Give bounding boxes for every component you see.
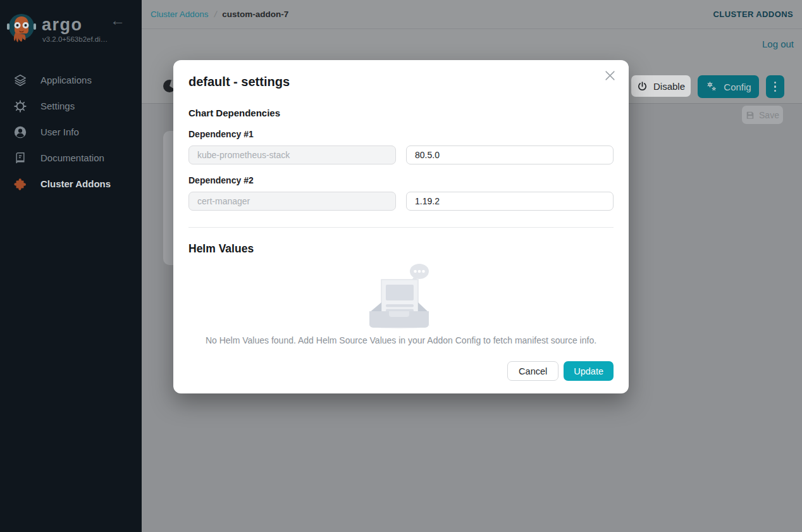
argo-octopus-logo-icon bbox=[6, 13, 37, 44]
disable-button-label: Disable bbox=[653, 81, 685, 92]
addon-settings-modal: default - settings Chart Dependencies De… bbox=[173, 60, 629, 393]
book-icon bbox=[13, 151, 28, 165]
cancel-button[interactable]: Cancel bbox=[507, 361, 558, 381]
update-button[interactable]: Update bbox=[564, 361, 614, 381]
puzzle-icon bbox=[13, 177, 28, 191]
dependency-2-row bbox=[188, 192, 614, 211]
helm-values-heading: Helm Values bbox=[188, 242, 614, 256]
save-button[interactable]: Save bbox=[742, 106, 783, 124]
modal-title: default - settings bbox=[188, 75, 614, 89]
sidebar-item-label: Cluster Addons bbox=[40, 178, 111, 189]
dependency-1-chart-name-input[interactable] bbox=[188, 145, 396, 164]
close-button[interactable] bbox=[603, 69, 616, 82]
sidebar-item-documentation[interactable]: Documentation bbox=[0, 145, 142, 171]
disable-button[interactable]: Disable bbox=[631, 75, 691, 97]
back-arrow-icon: ← bbox=[110, 11, 125, 28]
save-button-label: Save bbox=[759, 110, 779, 120]
sidebar-item-label: Settings bbox=[40, 101, 75, 111]
page-title: CLUSTER ADDONS bbox=[713, 9, 793, 19]
version-label: v3.2.0+563b2ef.di… bbox=[42, 35, 108, 43]
helm-values-empty-message: No Helm Values found. Add Helm Source Va… bbox=[188, 335, 614, 345]
dependency-1-version-input[interactable] bbox=[406, 145, 614, 164]
dependency-2-chart-name-input[interactable] bbox=[188, 192, 396, 211]
sidebar-item-label: Documentation bbox=[40, 152, 104, 163]
empty-inbox-illustration bbox=[354, 262, 448, 330]
modal-footer: Cancel Update bbox=[188, 361, 614, 381]
dependency-1-row bbox=[188, 145, 614, 164]
breadcrumb-link-cluster-addons[interactable]: Cluster Addons bbox=[151, 9, 209, 19]
breadcrumb-separator: / bbox=[213, 9, 218, 19]
sidebar-item-applications[interactable]: Applications bbox=[0, 67, 142, 93]
dependency-1-label: Dependency #1 bbox=[188, 129, 614, 139]
gear-icon bbox=[13, 99, 28, 113]
sidebar-item-label: Applications bbox=[40, 75, 92, 85]
sidebar-collapse-button[interactable]: ← bbox=[110, 13, 125, 28]
sidebar-item-label: User Info bbox=[40, 127, 79, 137]
power-icon bbox=[637, 81, 648, 92]
breadcrumb-current: custom-addon-7 bbox=[222, 9, 288, 19]
chart-dependencies-heading: Chart Dependencies bbox=[188, 108, 614, 118]
config-button[interactable]: Config bbox=[698, 75, 759, 98]
sidebar-item-cluster-addons[interactable]: Cluster Addons bbox=[0, 171, 142, 197]
breadcrumb: Cluster Addons / custom-addon-7 bbox=[151, 9, 288, 19]
logout-link[interactable]: Log out bbox=[762, 39, 794, 49]
close-icon bbox=[605, 70, 615, 81]
kebab-menu-button[interactable] bbox=[766, 75, 784, 98]
session-bar: Log out bbox=[142, 29, 802, 59]
save-icon bbox=[746, 111, 755, 120]
user-icon bbox=[13, 125, 28, 139]
dependency-2-version-input[interactable] bbox=[406, 192, 614, 211]
sidebar-nav: Applications Se bbox=[0, 67, 142, 197]
sidebar-item-settings[interactable]: Settings bbox=[0, 93, 142, 119]
config-button-label: Config bbox=[724, 82, 751, 92]
dependency-2-label: Dependency #2 bbox=[188, 175, 614, 185]
section-divider bbox=[188, 227, 614, 228]
breadcrumb-bar: Cluster Addons / custom-addon-7 CLUSTER … bbox=[142, 0, 802, 29]
argo-wordmark: argo bbox=[42, 15, 83, 35]
layers-icon bbox=[13, 73, 28, 87]
sidebar-item-user-info[interactable]: User Info bbox=[0, 119, 142, 145]
gears-icon bbox=[705, 80, 718, 93]
sidebar: argo v3.2.0+563b2ef.di… ← Applications bbox=[0, 0, 142, 532]
kebab-icon bbox=[774, 82, 777, 84]
sidebar-header: argo v3.2.0+563b2ef.di… ← bbox=[0, 0, 142, 54]
